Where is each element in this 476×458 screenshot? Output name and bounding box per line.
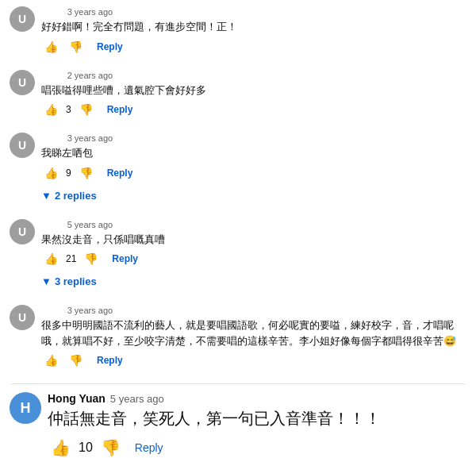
comment-meta: User 2 years ago bbox=[41, 70, 466, 81]
actions: 👍 👎 Reply bbox=[41, 38, 466, 56]
like-count: 10 bbox=[79, 441, 93, 455]
actions: 👍 3 👎 Reply bbox=[41, 101, 466, 118]
thumb-up-icon: 👍 bbox=[44, 40, 58, 53]
comment-section: U User 3 years ago 好好錯啊！完全冇問題，有進步空間！正！ 👍… bbox=[0, 0, 476, 458]
replies-toggle[interactable]: ▼ 3 replies bbox=[41, 272, 97, 291]
dislike-button[interactable]: 👎 bbox=[66, 39, 86, 55]
reply-button[interactable]: Reply bbox=[106, 250, 144, 267]
timestamp: 2 years ago bbox=[67, 71, 113, 80]
comment-meta: User 5 years ago bbox=[41, 219, 466, 230]
comment-body: User 3 years ago 好好錯啊！完全冇問題，有進步空間！正！ 👍 👎… bbox=[41, 6, 466, 56]
comment-text: 唱張嗌得哩些嘈，遺氣腔下會好好多 bbox=[41, 83, 466, 98]
dislike-button[interactable]: 👎 bbox=[81, 251, 101, 267]
highlighted-comment: H Hong Yuan 5 years ago 仲話無走音，笑死人，第一句已入音… bbox=[10, 383, 466, 458]
dislike-button[interactable]: 👎 bbox=[98, 437, 124, 458]
like-button[interactable]: 👍 bbox=[48, 437, 74, 458]
comment-body: Hong Yuan 5 years ago 仲話無走音，笑死人，第一句已入音準音… bbox=[48, 392, 466, 458]
dislike-button[interactable]: 👎 bbox=[76, 165, 96, 181]
replies-count: 3 replies bbox=[55, 275, 97, 287]
avatar: U bbox=[10, 70, 35, 95]
reply-button[interactable]: Reply bbox=[129, 438, 170, 457]
reply-button[interactable]: Reply bbox=[90, 352, 129, 369]
comment-meta: User 3 years ago bbox=[41, 305, 466, 316]
comment-body: User 2 years ago 唱張嗌得哩些嘈，遺氣腔下會好好多 👍 3 👎 … bbox=[41, 70, 466, 119]
thumb-up-icon: 👍 bbox=[44, 103, 58, 116]
thumb-up-icon: 👍 bbox=[51, 438, 71, 457]
like-button[interactable]: 👍 bbox=[41, 102, 61, 117]
comment-text: 好好錯啊！完全冇問題，有進步空間！正！ bbox=[41, 19, 466, 35]
avatar: U bbox=[10, 133, 35, 158]
thumb-up-icon: 👍 bbox=[44, 252, 58, 265]
replies-toggle[interactable]: ▼ 2 replies bbox=[41, 187, 97, 205]
like-count: 9 bbox=[66, 167, 71, 179]
reply-button[interactable]: Reply bbox=[101, 164, 140, 182]
avatar: H bbox=[10, 392, 41, 424]
comment-item: U User 3 years ago 好好錯啊！完全冇問題，有進步空間！正！ 👍… bbox=[10, 6, 466, 59]
chevron-down-icon: ▼ bbox=[41, 275, 52, 287]
comment-meta: User 3 years ago bbox=[41, 6, 466, 17]
dislike-button[interactable]: 👎 bbox=[76, 102, 96, 117]
comment-item: U User 2 years ago 唱張嗌得哩些嘈，遺氣腔下會好好多 👍 3 … bbox=[10, 70, 466, 122]
comment-text: 仲話無走音，笑死人，第一句已入音準音！！！ bbox=[48, 406, 466, 430]
actions: 👍 21 👎 Reply bbox=[41, 250, 466, 267]
actions: 👍 👎 Reply bbox=[41, 352, 466, 369]
timestamp: 5 years ago bbox=[67, 220, 113, 229]
comment-text: 果然沒走音，只係唱嘅真嘈 bbox=[41, 232, 466, 248]
thumb-up-icon: 👍 bbox=[44, 167, 58, 179]
avatar: U bbox=[10, 219, 35, 244]
thumb-down-icon: 👎 bbox=[101, 438, 121, 457]
thumb-down-icon: 👎 bbox=[79, 103, 93, 116]
comment-item: U User 3 years ago 很多中明明國語不流利的藝人，就是要唱國語歌… bbox=[10, 305, 466, 372]
comment-item: U User 3 years ago 我睇左哂包 👍 9 👎 Reply ▼ 2… bbox=[10, 133, 466, 208]
timestamp: 5 years ago bbox=[110, 393, 164, 405]
like-button[interactable]: 👍 bbox=[41, 352, 61, 368]
chevron-down-icon: ▼ bbox=[41, 190, 52, 202]
timestamp: 3 years ago bbox=[67, 306, 113, 315]
like-count: 3 bbox=[66, 104, 71, 115]
comment-text: 很多中明明國語不流利的藝人，就是要唱國語歌，何必呢實的要嗌，練好校字，音，才唱呢… bbox=[41, 318, 466, 348]
comment-meta: Hong Yuan 5 years ago bbox=[48, 392, 466, 405]
comment-body: User 3 years ago 很多中明明國語不流利的藝人，就是要唱國語歌，何… bbox=[41, 305, 466, 369]
thumb-up-icon: 👍 bbox=[44, 354, 58, 367]
avatar: U bbox=[10, 6, 35, 32]
thumb-down-icon: 👎 bbox=[84, 252, 98, 265]
thumb-down-icon: 👎 bbox=[79, 167, 93, 179]
dislike-button[interactable]: 👎 bbox=[66, 352, 86, 368]
thumb-down-icon: 👎 bbox=[69, 40, 83, 53]
actions: 👍 10 👎 Reply bbox=[48, 437, 466, 458]
comment-body: User 5 years ago 果然沒走音，只係唱嘅真嘈 👍 21 👎 Rep… bbox=[41, 219, 466, 291]
comment-body: User 3 years ago 我睇左哂包 👍 9 👎 Reply ▼ 2 r… bbox=[41, 133, 466, 205]
reply-button[interactable]: Reply bbox=[101, 101, 140, 118]
reply-button[interactable]: Reply bbox=[90, 38, 129, 56]
like-button[interactable]: 👍 bbox=[41, 251, 61, 267]
comment-item: U User 5 years ago 果然沒走音，只係唱嘅真嘈 👍 21 👎 R… bbox=[10, 219, 466, 294]
actions: 👍 9 👎 Reply bbox=[41, 164, 466, 182]
comment-text: 我睇左哂包 bbox=[41, 145, 466, 161]
comment-meta: User 3 years ago bbox=[41, 133, 466, 144]
avatar: U bbox=[10, 305, 35, 330]
like-button[interactable]: 👍 bbox=[41, 165, 61, 181]
timestamp: 3 years ago bbox=[67, 7, 113, 17]
timestamp: 3 years ago bbox=[67, 133, 113, 143]
like-button[interactable]: 👍 bbox=[41, 39, 61, 55]
thumb-down-icon: 👎 bbox=[69, 354, 83, 367]
replies-count: 2 replies bbox=[55, 190, 97, 202]
author-name: Hong Yuan bbox=[48, 392, 106, 405]
like-count: 21 bbox=[66, 253, 76, 264]
